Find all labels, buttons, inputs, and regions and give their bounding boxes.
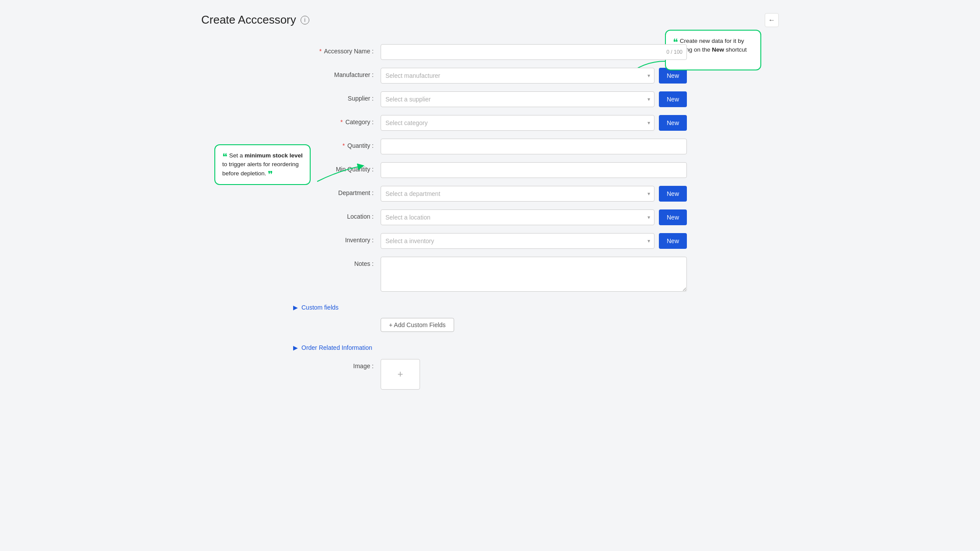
control-wrap-manufacturer: Select manufacturer ▾ New [381, 68, 687, 84]
category-select-wrap: Select category ▾ [381, 115, 654, 131]
required-star: * [340, 119, 343, 126]
tooltip-top-bold: New [712, 46, 724, 53]
label-accessory-name: * Accessory Name : [293, 44, 381, 55]
label-supplier: Supplier : [293, 91, 381, 102]
form-row-accessory-name: * Accessory Name : 0 / 100 [293, 44, 687, 60]
inventory-select[interactable]: Select a inventory [381, 233, 654, 249]
collapse-arrow-icon-order: ▶ [293, 344, 298, 351]
custom-fields-section-header[interactable]: ▶ Custom fields [293, 304, 687, 311]
form-row-image: Image : + [293, 359, 687, 390]
tooltip-min-stock: ❝ Set a minimum stock level to trigger a… [214, 144, 311, 185]
form-row-quantity: * Quantity : [293, 139, 687, 154]
location-select[interactable]: Select a location [381, 209, 654, 225]
tooltip-mid-bold: minimum stock level [245, 152, 303, 159]
page-title: Create Acccessory [201, 13, 296, 27]
inventory-new-button[interactable]: New [659, 233, 687, 249]
label-location: Location : [293, 209, 381, 220]
category-new-button[interactable]: New [659, 115, 687, 131]
required-star: * [343, 142, 345, 149]
form-row-min-quantity: Min Quantity : [293, 162, 687, 178]
image-upload-button[interactable]: + [381, 359, 420, 390]
page-container: Create Acccessory i ← ❝ Create new data … [184, 0, 796, 411]
tooltip-mid-text-before: Set a [229, 152, 245, 159]
accessory-name-input[interactable] [381, 44, 687, 60]
add-custom-fields-button[interactable]: + Add Custom Fields [381, 318, 454, 332]
form: * Accessory Name : 0 / 100 Manufacturer … [293, 44, 687, 390]
category-select[interactable]: Select category [381, 115, 654, 131]
supplier-new-button[interactable]: New [659, 91, 687, 107]
inventory-select-wrap: Select a inventory ▾ [381, 233, 654, 249]
manufacturer-select-wrap: Select manufacturer ▾ [381, 68, 654, 84]
order-related-label: Order Related Information [301, 344, 372, 351]
control-wrap-location: Select a location ▾ New [381, 209, 687, 225]
plus-icon: + [398, 369, 403, 380]
control-wrap-department: Select a department ▾ New [381, 186, 687, 202]
control-wrap-quantity [381, 139, 687, 154]
form-row-inventory: Inventory : Select a inventory ▾ New [293, 233, 687, 249]
quantity-input[interactable] [381, 139, 687, 154]
control-wrap-category: Select category ▾ New [381, 115, 687, 131]
form-row-category: * Category : Select category ▾ New [293, 115, 687, 131]
label-manufacturer: Manufacturer : [293, 68, 381, 78]
notes-textarea[interactable] [381, 257, 687, 292]
supplier-select[interactable]: Select a supplier [381, 91, 654, 107]
tooltip-mid-text-after: to trigger alerts for reordering before … [222, 161, 299, 176]
label-image: Image : [293, 359, 381, 370]
control-wrap-notes [381, 257, 687, 292]
department-select[interactable]: Select a department [381, 186, 654, 202]
form-row-manufacturer: Manufacturer : Select manufacturer ▾ New [293, 68, 687, 84]
min-quantity-input[interactable] [381, 162, 687, 178]
form-row-notes: Notes : [293, 257, 687, 292]
department-new-button[interactable]: New [659, 186, 687, 202]
control-wrap-image: + [381, 359, 687, 390]
label-inventory: Inventory : [293, 233, 381, 244]
required-star: * [319, 48, 322, 55]
department-select-wrap: Select a department ▾ [381, 186, 654, 202]
label-department: Department : [293, 186, 381, 196]
page-header: Create Acccessory i [201, 13, 779, 27]
control-wrap-supplier: Select a supplier ▾ New [381, 91, 687, 107]
location-new-button[interactable]: New [659, 209, 687, 225]
order-related-section-header[interactable]: ▶ Order Related Information [293, 344, 687, 351]
form-row-department: Department : Select a department ▾ New [293, 186, 687, 202]
control-wrap-min-quantity [381, 162, 687, 178]
info-icon[interactable]: i [301, 16, 309, 24]
collapse-arrow-icon: ▶ [293, 304, 298, 311]
tooltip-top-text-after: shortcut [724, 46, 747, 53]
back-button[interactable]: ← [765, 13, 779, 27]
control-wrap-inventory: Select a inventory ▾ New [381, 233, 687, 249]
custom-fields-label: Custom fields [301, 304, 339, 311]
char-counter: 0 / 100 [666, 49, 682, 55]
manufacturer-select[interactable]: Select manufacturer [381, 68, 654, 84]
accessory-name-input-wrap: 0 / 100 [381, 44, 687, 60]
control-wrap-accessory-name: 0 / 100 [381, 44, 687, 60]
location-select-wrap: Select a location ▾ [381, 209, 654, 225]
form-row-location: Location : Select a location ▾ New [293, 209, 687, 225]
form-row-supplier: Supplier : Select a supplier ▾ New [293, 91, 687, 107]
supplier-select-wrap: Select a supplier ▾ [381, 91, 654, 107]
label-notes: Notes : [293, 257, 381, 267]
label-category: * Category : [293, 115, 381, 126]
